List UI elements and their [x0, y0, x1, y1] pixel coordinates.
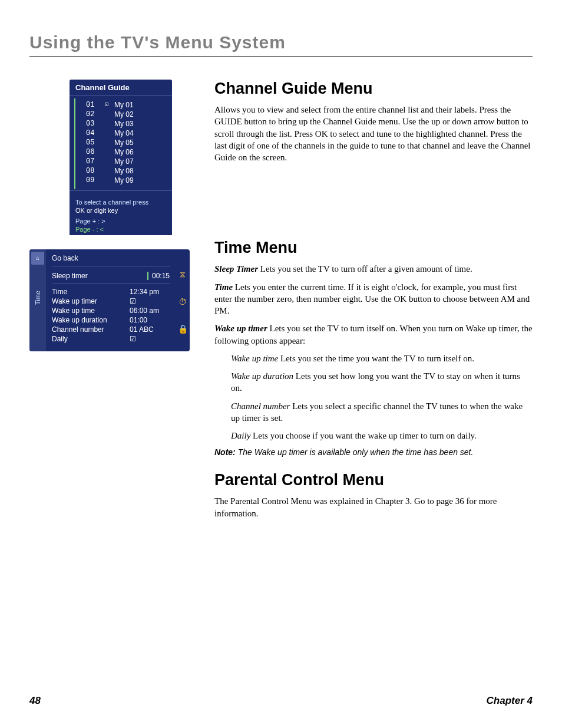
ch-num: 01 [86, 101, 105, 109]
sleep-timer-para: Sleep Timer Lets you set the TV to turn … [214, 263, 533, 275]
opt-label: Time [52, 288, 130, 296]
ch-num: 08 [86, 167, 105, 175]
ch-num: 03 [86, 120, 105, 128]
ch-num: 02 [86, 110, 105, 118]
time-menu-screenshot: ⌂ Time Go back Sleep timer 00:15 Time12:… [29, 249, 190, 351]
tv-icon: ⊡ [105, 101, 114, 109]
opt-value: ☑ [130, 335, 170, 343]
page-minus: Page - : < [70, 226, 172, 235]
ch-name: My 03 [114, 120, 166, 128]
opt-value: 12:34 pm [130, 288, 170, 296]
sleep-timer-value: 00:15 [147, 272, 170, 280]
chapter-label: Chapter 4 [487, 695, 533, 707]
page-plus: Page + : > [70, 218, 172, 226]
time-tab-label: Time [34, 291, 41, 305]
ch-num: 06 [86, 148, 105, 156]
channel-guide-paragraph: Allows you to view and select from the e… [214, 104, 533, 163]
time-para: Time Lets you enter the current time. If… [214, 281, 533, 317]
ch-name: My 07 [114, 157, 166, 166]
hourglass-icon: ⧖ [180, 269, 186, 279]
clock-icon: ⏱ [178, 297, 187, 307]
time-menu-heading: Time Menu [214, 239, 533, 257]
ch-name: My 01 [114, 101, 166, 109]
ch-name: My 05 [114, 139, 166, 147]
ch-name: My 02 [114, 110, 166, 118]
channel-guide-title: Channel Guide [70, 80, 172, 94]
page-title: Using the TV's Menu System [29, 32, 533, 57]
opt-label: Wake up time [52, 307, 130, 315]
ch-name: My 06 [114, 148, 166, 156]
channel-number-para: Channel number Lets you select a specifi… [214, 400, 533, 424]
channel-list: 01⊡My 01 02My 02 03My 03 04My 04 05My 05… [74, 98, 172, 189]
channel-guide-heading: Channel Guide Menu [214, 80, 533, 98]
opt-value: ☑ [130, 297, 170, 305]
ch-num: 09 [86, 176, 105, 185]
page-number: 48 [29, 695, 41, 707]
lock-icon: 🔒 [178, 324, 188, 334]
ch-name: My 08 [114, 167, 166, 175]
daily-para: Daily Lets you choose if you want the wa… [214, 430, 533, 442]
opt-label: Wake up duration [52, 316, 130, 324]
opt-label: Daily [52, 335, 130, 343]
opt-value: 01:00 [130, 316, 170, 324]
parental-control-paragraph: The Parental Control Menu was explained … [214, 495, 533, 519]
ch-num: 07 [86, 157, 105, 166]
go-back: Go back [52, 254, 170, 266]
time-options: Time12:34 pm Wake up timer☑ Wake up time… [52, 288, 170, 343]
wake-up-duration-para: Wake up duration Lets you set how long y… [214, 370, 533, 394]
opt-value: 01 ABC [130, 325, 170, 334]
ch-num: 04 [86, 129, 105, 137]
note: Note: The Wake up timer is available onl… [214, 447, 533, 457]
tab-icon: ⌂ [31, 252, 44, 265]
wake-up-timer-para: Wake up timer Lets you set the TV to tur… [214, 322, 533, 347]
wake-up-time-para: Wake up time Lets you set the time you w… [214, 353, 533, 364]
channel-guide-screenshot: Channel Guide 01⊡My 01 02My 02 03My 03 0… [70, 80, 172, 235]
opt-label: Wake up timer [52, 297, 130, 305]
parental-control-heading: Parental Control Menu [214, 471, 533, 489]
ch-name: My 09 [114, 176, 166, 185]
opt-value: 06:00 am [130, 307, 170, 315]
opt-label: Channel number [52, 325, 130, 334]
ch-name: My 04 [114, 129, 166, 137]
sleep-timer-label: Sleep timer [52, 272, 88, 280]
ch-num: 05 [86, 139, 105, 147]
channel-help: To select a channel press OK or digit ke… [70, 193, 172, 218]
